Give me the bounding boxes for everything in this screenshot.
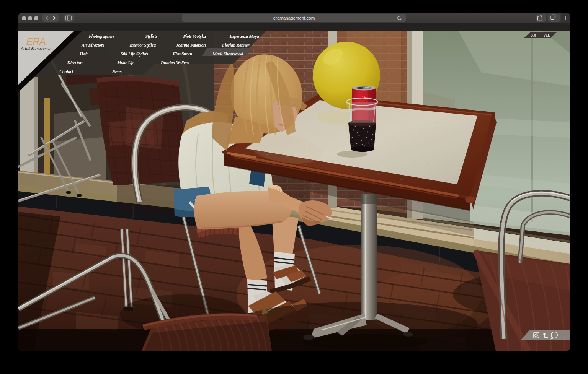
svg-text:Artist Management: Artist Management	[20, 46, 53, 50]
svg-text:Damian Weilers: Damian Weilers	[160, 60, 189, 65]
svg-text:ERA: ERA	[26, 36, 46, 47]
svg-text:News: News	[112, 69, 122, 74]
svg-text:Still Life Stylists: Still Life Stylists	[120, 51, 148, 57]
svg-text:Klas Strom: Klas Strom	[172, 51, 192, 57]
svg-text:Photographers: Photographers	[89, 34, 115, 39]
svg-text:Joanna Paterson: Joanna Paterson	[176, 42, 206, 48]
svg-text:UK: UK	[530, 33, 537, 37]
svg-text:Hair: Hair	[79, 51, 88, 57]
svg-text:Contact: Contact	[59, 69, 74, 74]
svg-text:Piotr Motyka: Piotr Motyka	[183, 34, 206, 39]
svg-text:Florian Renner: Florian Renner	[222, 42, 250, 48]
svg-text:NL: NL	[544, 33, 550, 37]
svg-text:Interior Stylists: Interior Stylists	[129, 42, 156, 48]
svg-text:Stylists: Stylists	[145, 34, 157, 39]
svg-text:Make Up: Make Up	[117, 60, 134, 65]
svg-text:Directors: Directors	[67, 60, 84, 65]
svg-text:Esperanza Moya: Esperanza Moya	[229, 34, 259, 39]
svg-text:Art Directors: Art Directors	[81, 42, 105, 48]
svg-text:Mark Shearwood: Mark Shearwood	[212, 51, 243, 57]
